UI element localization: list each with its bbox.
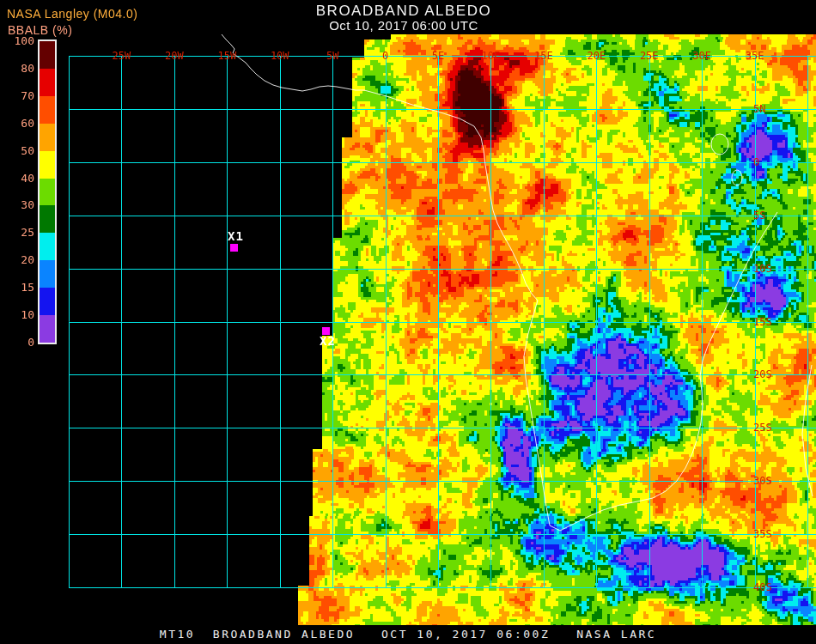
lat-label: 20S <box>753 369 772 380</box>
colorbar-segment <box>40 288 55 315</box>
colorbar-tick: 15 <box>3 282 34 294</box>
marker-label-x2: X2 <box>320 335 336 348</box>
marker-square-x1 <box>230 244 238 252</box>
colorbar-tick: 40 <box>3 173 34 185</box>
lon-label: 25W <box>113 51 131 62</box>
colorbar-tick: 25 <box>3 227 34 239</box>
lon-label: 35E <box>746 51 764 62</box>
lat-label: 40S <box>753 582 772 593</box>
colorbar-segment <box>40 151 55 179</box>
colorbar-segment <box>40 315 55 343</box>
lon-label: 5E <box>432 51 444 62</box>
lat-label: 15S <box>753 317 772 328</box>
marker-label-x1: X1 <box>228 230 244 243</box>
lon-label: 10W <box>271 51 289 62</box>
lon-label: 15E <box>534 51 553 62</box>
colorbar-tick: 20 <box>3 254 34 266</box>
lon-label: 5W <box>326 51 338 62</box>
colorbar-segment <box>40 179 55 206</box>
colorbar-segment <box>40 96 55 124</box>
colorbar-tick: 60 <box>3 118 34 130</box>
colorbar-tick: 80 <box>3 63 34 75</box>
colorbar <box>38 39 57 344</box>
colorbar-segment <box>40 233 55 260</box>
colorbar-tick: 100 <box>3 35 34 47</box>
lat-label: 5N <box>753 104 765 115</box>
colorbar-segment <box>40 124 55 151</box>
footer-text: MT10 BROADBAND ALBEDO OCT 10, 2017 06:00… <box>0 625 816 644</box>
lon-label: 25E <box>640 51 659 62</box>
colorbar-tick: 50 <box>3 145 34 157</box>
colorbar-segment <box>40 41 55 69</box>
lon-label: 30E <box>692 51 711 62</box>
lat-label: 5S <box>753 210 765 222</box>
page-subtitle: Oct 10, 2017 06:00 UTC <box>0 18 807 33</box>
lon-label: 20W <box>165 51 184 62</box>
lat-label: 0 <box>753 157 759 168</box>
lon-label: 20E <box>587 51 606 62</box>
lat-label: 25S <box>753 422 772 434</box>
albedo-map: NASA Langley (M04.0) BBALB (%) BROADBAND… <box>0 0 816 644</box>
colorbar-segment <box>40 260 55 288</box>
lat-label: 30S <box>753 476 772 487</box>
lon-label: 15W <box>217 51 236 62</box>
albedo-data-canvas <box>0 0 816 644</box>
colorbar-tick: 30 <box>3 199 34 211</box>
lon-label: 0 <box>382 51 388 62</box>
colorbar-segment <box>40 69 55 96</box>
colorbar-tick: 0 <box>3 337 34 349</box>
colorbar-tick: 10 <box>3 309 34 321</box>
colorbar-segment <box>40 205 55 233</box>
lon-label: 10E <box>482 51 501 62</box>
lat-label: 35S <box>753 529 772 540</box>
colorbar-tick: 70 <box>3 90 34 102</box>
page-title: BROADBAND ALBEDO <box>0 3 807 20</box>
lat-label: 10S <box>753 264 772 275</box>
